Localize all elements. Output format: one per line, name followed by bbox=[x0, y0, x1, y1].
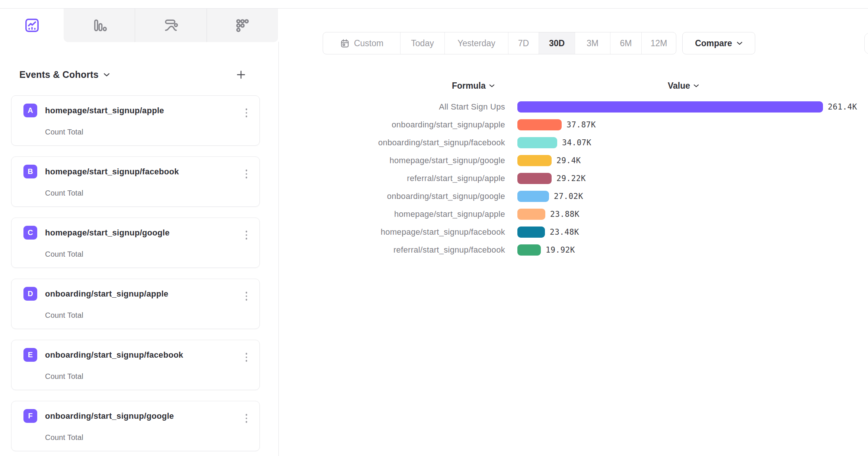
calendar-icon bbox=[340, 38, 350, 48]
bar-value: 19.92K bbox=[546, 246, 575, 254]
bar-chart-row: onboarding/start_signup/facebook34.07K bbox=[0, 134, 868, 152]
date-range-label: Today bbox=[411, 38, 434, 48]
event-name: onboarding/start_signup/apple bbox=[45, 289, 168, 299]
date-range-3m[interactable]: 3M bbox=[575, 32, 610, 54]
bar-value: 261.4K bbox=[828, 102, 857, 111]
bar-chart-row: onboarding/start_signup/google27.02K bbox=[0, 187, 868, 205]
event-letter-badge[interactable]: F bbox=[23, 409, 37, 423]
bar[interactable] bbox=[517, 119, 562, 130]
add-event-button[interactable] bbox=[232, 66, 249, 83]
bar-chart-row: homepage/start_signup/google29.4K bbox=[0, 152, 868, 170]
events-cohorts-toggle[interactable]: Events & Cohorts bbox=[19, 69, 110, 80]
bar-chart-row: referral/start_signup/facebook19.92K bbox=[0, 241, 868, 259]
bar-wrap: 23.48K bbox=[517, 227, 579, 238]
flows-icon bbox=[163, 18, 179, 33]
date-range-label: 30D bbox=[549, 38, 565, 48]
bar[interactable] bbox=[517, 244, 541, 256]
date-range-label: 7D bbox=[518, 38, 529, 48]
tab-line-chart[interactable] bbox=[0, 9, 64, 42]
date-range-7d[interactable]: 7D bbox=[508, 32, 539, 54]
bar-label: onboarding/start_signup/apple bbox=[0, 120, 505, 130]
clipped-right-button[interactable] bbox=[864, 33, 868, 54]
bar-wrap: 23.88K bbox=[517, 209, 580, 220]
event-metric[interactable]: Count Total bbox=[45, 372, 83, 381]
event-card[interactable]: Donboarding/start_signup/appleCount Tota… bbox=[11, 279, 260, 329]
date-range-label: 12M bbox=[651, 38, 667, 48]
event-name: onboarding/start_signup/facebook bbox=[45, 350, 183, 360]
bar-value: 29.4K bbox=[556, 156, 581, 165]
bar-label: referral/start_signup/facebook bbox=[0, 245, 505, 255]
bar-chart: All Start Sign Ups261.4Konboarding/start… bbox=[0, 98, 868, 259]
bar-chart-row: All Start Sign Ups261.4K bbox=[0, 98, 868, 116]
compare-button[interactable]: Compare bbox=[682, 32, 755, 54]
date-range-control: CustomTodayYesterday7D30D3M6M12M bbox=[323, 32, 676, 54]
chevron-down-icon bbox=[693, 84, 699, 88]
bar-chart-row: homepage/start_signup/apple23.88K bbox=[0, 205, 868, 223]
bar[interactable] bbox=[517, 155, 552, 166]
date-range-label: 3M bbox=[587, 38, 599, 48]
line-chart-icon bbox=[23, 17, 41, 34]
bar[interactable] bbox=[517, 209, 545, 220]
formula-header-label: Formula bbox=[452, 81, 486, 91]
date-range-label: 6M bbox=[620, 38, 632, 48]
date-range-label: Custom bbox=[354, 38, 383, 48]
tab-bar-chart[interactable] bbox=[64, 9, 135, 42]
dot-grid-icon bbox=[234, 18, 250, 33]
date-range-label: Yesterday bbox=[457, 38, 495, 48]
bar-label: referral/start_signup/apple bbox=[0, 174, 505, 183]
bar-chart-row: referral/start_signup/apple29.22K bbox=[0, 170, 868, 187]
bar-wrap: 34.07K bbox=[517, 137, 591, 148]
bar-value: 37.87K bbox=[567, 120, 596, 129]
bar[interactable] bbox=[517, 101, 823, 113]
bar[interactable] bbox=[517, 227, 545, 238]
chevron-down-icon bbox=[103, 73, 110, 77]
bar-chart-icon bbox=[92, 18, 107, 33]
insights-report-page: { "colors": { "accent": "#7856FF", "badg… bbox=[0, 0, 868, 456]
bar-label: homepage/start_signup/apple bbox=[0, 209, 505, 219]
event-options-kebab-icon[interactable] bbox=[241, 410, 252, 427]
chevron-down-icon bbox=[737, 41, 743, 45]
event-letter-badge[interactable]: D bbox=[23, 287, 37, 301]
event-letter-badge[interactable]: E bbox=[23, 348, 37, 362]
bar-label: All Start Sign Ups bbox=[0, 102, 505, 112]
event-name: onboarding/start_signup/google bbox=[45, 411, 174, 421]
bar-label: homepage/start_signup/google bbox=[0, 156, 505, 165]
value-column-header[interactable]: Value bbox=[668, 80, 699, 92]
date-range-12m[interactable]: 12M bbox=[641, 32, 676, 54]
bar[interactable] bbox=[517, 173, 552, 184]
bar-wrap: 27.02K bbox=[517, 191, 583, 202]
event-metric[interactable]: Count Total bbox=[45, 311, 83, 320]
bar-label: onboarding/start_signup/google bbox=[0, 191, 505, 201]
bar-value: 23.48K bbox=[550, 228, 579, 237]
bar-value: 34.07K bbox=[562, 138, 591, 147]
date-range-6m[interactable]: 6M bbox=[610, 32, 641, 54]
bar-chart-row: onboarding/start_signup/apple37.87K bbox=[0, 116, 868, 134]
chevron-down-icon bbox=[489, 84, 495, 88]
event-options-kebab-icon[interactable] bbox=[241, 349, 252, 365]
bar-wrap: 261.4K bbox=[517, 101, 857, 113]
bar-wrap: 29.22K bbox=[517, 173, 586, 184]
tab-flows[interactable] bbox=[135, 9, 206, 42]
date-range-today[interactable]: Today bbox=[400, 32, 444, 54]
sidebar-title: Events & Cohorts bbox=[19, 69, 99, 80]
bar-wrap: 29.4K bbox=[517, 155, 581, 166]
value-header-label: Value bbox=[668, 81, 690, 91]
bar[interactable] bbox=[517, 137, 557, 148]
event-card[interactable]: Eonboarding/start_signup/facebookCount T… bbox=[11, 340, 260, 390]
event-card[interactable]: Fonboarding/start_signup/googleCount Tot… bbox=[11, 401, 260, 451]
formula-column-header[interactable]: Formula bbox=[452, 80, 495, 92]
bar-value: 27.02K bbox=[554, 192, 583, 201]
bar-value: 29.22K bbox=[556, 174, 586, 183]
date-range-custom[interactable]: Custom bbox=[323, 32, 400, 54]
plus-icon bbox=[236, 70, 246, 80]
bar-chart-row: homepage/start_signup/facebook23.48K bbox=[0, 223, 868, 241]
date-range-yesterday[interactable]: Yesterday bbox=[444, 32, 508, 54]
sidebar-header: Events & Cohorts bbox=[19, 66, 249, 83]
bar[interactable] bbox=[517, 191, 549, 202]
bar-label: onboarding/start_signup/facebook bbox=[0, 138, 505, 148]
event-options-kebab-icon[interactable] bbox=[241, 288, 252, 304]
date-range-30d[interactable]: 30D bbox=[539, 32, 575, 54]
bar-wrap: 37.87K bbox=[517, 119, 596, 130]
event-metric[interactable]: Count Total bbox=[45, 433, 83, 442]
tab-retention-grid[interactable] bbox=[207, 9, 278, 42]
